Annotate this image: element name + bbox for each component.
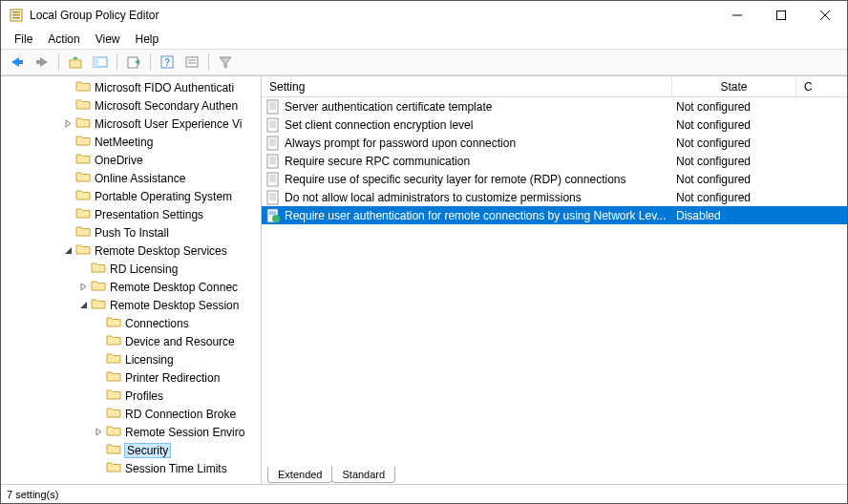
maximize-button[interactable] [759, 1, 803, 30]
setting-row[interactable]: Always prompt for password upon connecti… [262, 134, 847, 152]
setting-label: Require secure RPC communication [285, 155, 470, 168]
twisty-none [93, 336, 104, 347]
svg-marker-11 [73, 56, 78, 59]
tree-item-label: Licensing [125, 353, 174, 367]
tree-item-label: Remote Desktop Session [110, 299, 239, 312]
tree-item[interactable]: Licensing [1, 350, 261, 368]
tree-item[interactable]: Microsoft Secondary Authen [1, 96, 261, 115]
tab-standard[interactable]: Standard [331, 467, 395, 483]
content: Microsoft FIDO AuthenticatiMicrosoft Sec… [1, 75, 847, 484]
setting-row[interactable]: Server authentication certificate templa… [262, 97, 847, 116]
folder-icon [106, 333, 125, 349]
menu-file[interactable]: File [7, 31, 40, 48]
setting-label: Set client connection encryption level [285, 118, 473, 132]
tree-item[interactable]: NetMeeting [1, 133, 261, 151]
tree-item-label: Remote Desktop Services [95, 244, 227, 258]
setting-row[interactable]: Require use of specific security layer f… [262, 170, 847, 188]
export-button[interactable] [123, 52, 144, 73]
tree-item-label: Connections [125, 317, 189, 330]
folder-icon [75, 116, 95, 132]
column-state[interactable]: State [672, 76, 796, 96]
tree-item[interactable]: Profiles [1, 387, 261, 405]
up-button[interactable] [65, 52, 86, 73]
folder-icon [106, 406, 125, 422]
column-setting[interactable]: Setting [262, 76, 672, 96]
chevron-down-icon[interactable] [62, 245, 74, 257]
folder-icon [75, 79, 95, 95]
column-comment[interactable]: C [796, 76, 847, 96]
setting-state: Not configured [672, 100, 796, 114]
setting-state: Not configured [672, 136, 796, 150]
twisty-none [62, 82, 74, 94]
svg-marker-26 [96, 429, 101, 435]
tree-item[interactable]: Remote Desktop Connec [1, 278, 261, 296]
menubar: File Action View Help [1, 30, 847, 49]
tree-item[interactable]: Security [1, 441, 261, 459]
tree-item[interactable]: Portable Operating System [1, 187, 261, 205]
twisty-none [77, 263, 89, 275]
help-button[interactable]: ? [157, 52, 178, 73]
setting-row[interactable]: Require user authentication for remote c… [262, 206, 847, 224]
minimize-button[interactable] [715, 1, 759, 30]
filter-button[interactable] [215, 52, 236, 73]
tree-item[interactable]: Device and Resource [1, 332, 261, 350]
tree-pane[interactable]: Microsoft FIDO AuthenticatiMicrosoft Sec… [1, 76, 261, 484]
tree-item-label: Push To Install [95, 226, 169, 240]
folder-icon [75, 224, 95, 241]
tree-item[interactable]: Microsoft FIDO Authenticati [1, 78, 261, 96]
menu-help[interactable]: Help [128, 31, 167, 48]
svg-rect-2 [12, 14, 20, 16]
show-hide-tree-button[interactable] [90, 52, 111, 73]
tree-item[interactable]: RD Connection Broke [1, 405, 261, 423]
status-text: 7 setting(s) [7, 489, 58, 500]
chevron-right-icon[interactable] [62, 118, 74, 130]
tree-item[interactable]: Online Assistance [1, 169, 261, 187]
setting-label: Always prompt for password upon connecti… [285, 136, 516, 150]
chevron-down-icon[interactable] [77, 300, 89, 311]
folder-icon [106, 460, 125, 476]
chevron-right-icon[interactable] [77, 282, 89, 293]
twisty-none [93, 445, 104, 456]
folder-icon [75, 188, 95, 204]
twisty-none [62, 136, 74, 148]
tree-item[interactable]: Remote Session Enviro [1, 423, 261, 441]
twisty-none [62, 227, 74, 239]
chevron-right-icon[interactable] [93, 427, 104, 438]
folder-icon [75, 206, 95, 222]
forward-button[interactable] [32, 52, 53, 73]
properties-button[interactable] [181, 52, 202, 73]
svg-marker-9 [36, 57, 48, 67]
setting-state: Not configured [672, 155, 796, 168]
tree-item[interactable]: Push To Install [1, 223, 261, 242]
tree-item-label: Profiles [125, 389, 163, 403]
tree-item[interactable]: Printer Redirection [1, 368, 261, 387]
tab-extended[interactable]: Extended [267, 467, 332, 483]
setting-row[interactable]: Set client connection encryption levelNo… [262, 116, 847, 134]
setting-state: Not configured [672, 118, 796, 132]
folder-icon [106, 369, 125, 386]
twisty-none [62, 155, 74, 166]
setting-label: Server authentication certificate templa… [285, 100, 492, 114]
twisty-none [93, 390, 104, 402]
back-button[interactable] [7, 52, 28, 73]
close-button[interactable] [803, 1, 847, 30]
svg-rect-5 [777, 11, 786, 20]
tree-item[interactable]: RD Licensing [1, 260, 261, 278]
folder-icon [75, 97, 95, 114]
grid-header: Setting State C [262, 76, 847, 97]
svg-rect-18 [186, 57, 198, 67]
menu-view[interactable]: View [88, 31, 128, 48]
tree-item[interactable]: Connections [1, 314, 261, 332]
setting-state: Not configured [672, 191, 796, 204]
tree-item[interactable]: OneDrive [1, 151, 261, 169]
tree-item[interactable]: Presentation Settings [1, 205, 261, 223]
tree-item[interactable]: Microsoft User Experience Vi [1, 115, 261, 133]
settings-grid[interactable]: Setting State C Server authentication ce… [262, 76, 847, 463]
setting-row[interactable]: Require secure RPC communicationNot conf… [262, 152, 847, 170]
tree-item[interactable]: Remote Desktop Services [1, 242, 261, 260]
window-title: Local Group Policy Editor [30, 9, 715, 22]
tree-item[interactable]: Session Time Limits [1, 459, 261, 477]
setting-row[interactable]: Do not allow local administrators to cus… [262, 188, 847, 206]
menu-action[interactable]: Action [40, 31, 87, 48]
tree-item[interactable]: Remote Desktop Session [1, 296, 261, 314]
